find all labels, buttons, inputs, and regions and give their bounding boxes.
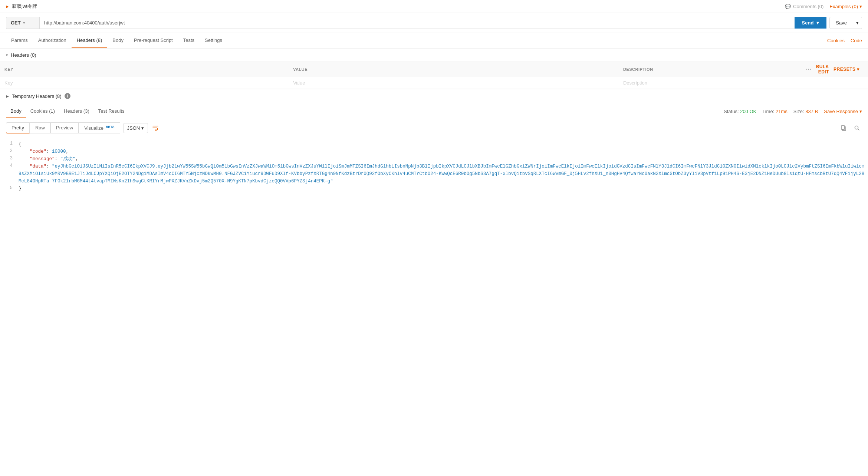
line-number: 5 bbox=[0, 185, 19, 192]
format-tabs: Pretty Raw Preview Visualize BETA bbox=[6, 122, 120, 133]
response-tab-headers[interactable]: Headers (3) bbox=[59, 105, 94, 118]
response-meta: Status: 200 OK Time: 21ms Size: 837 B Sa… bbox=[724, 109, 862, 114]
json-line-3: 3 "message": "成功", bbox=[0, 155, 865, 163]
format-tab-visualize[interactable]: Visualize BETA bbox=[79, 122, 120, 133]
response-tabs: Body Cookies (1) Headers (3) Test Result… bbox=[6, 105, 129, 118]
expand-arrow-icon[interactable]: ▶ bbox=[6, 4, 9, 9]
toolbar-right-actions bbox=[838, 123, 862, 133]
search-icon[interactable] bbox=[852, 123, 862, 133]
comments-label: Comments (0) bbox=[793, 4, 823, 9]
time-label: Time: 21ms bbox=[762, 109, 787, 114]
top-bar: ▶ 获取jwt令牌 💬 Comments (0) Examples (0) ▾ bbox=[0, 0, 868, 13]
row-actions-cell bbox=[802, 77, 868, 89]
response-toolbar: Pretty Raw Preview Visualize BETA JSON ▾ bbox=[0, 120, 868, 136]
save-response-button[interactable]: Save Response ▾ bbox=[824, 109, 862, 114]
headers-chevron-icon: ▾ bbox=[6, 53, 8, 57]
line-number: 3 bbox=[0, 155, 19, 163]
beta-badge: BETA bbox=[106, 125, 115, 129]
response-tab-test-results[interactable]: Test Results bbox=[94, 105, 129, 118]
status-value: 200 OK bbox=[740, 109, 756, 114]
comments-button[interactable]: 💬 Comments (0) bbox=[785, 4, 823, 9]
send-label: Send bbox=[802, 20, 814, 26]
bulk-edit-button[interactable]: Bulk Edit bbox=[816, 64, 829, 75]
examples-label: Examples (0) bbox=[829, 4, 858, 9]
presets-button[interactable]: Presets ▾ bbox=[834, 67, 859, 72]
request-title: 获取jwt令牌 bbox=[12, 3, 37, 10]
headers-toggle[interactable]: ▾ Headers (0) bbox=[0, 49, 868, 62]
response-tabs-row: Body Cookies (1) Headers (3) Test Result… bbox=[0, 103, 868, 120]
json-chevron-icon: ▾ bbox=[141, 125, 144, 131]
save-button[interactable]: Save bbox=[829, 17, 853, 29]
method-chevron-icon: ▾ bbox=[23, 21, 25, 25]
svg-line-3 bbox=[858, 129, 859, 130]
tab-settings[interactable]: Settings bbox=[200, 33, 227, 48]
temp-headers-chevron-icon: ▶ bbox=[6, 94, 9, 98]
response-tab-body[interactable]: Body bbox=[6, 105, 26, 118]
response-tab-cookies[interactable]: Cookies (1) bbox=[26, 105, 59, 118]
headers-col-key: KEY bbox=[0, 62, 289, 77]
size-value: 837 B bbox=[805, 109, 818, 114]
json-line-2: 2 "code": 10000, bbox=[0, 148, 865, 155]
tab-tests[interactable]: Tests bbox=[178, 33, 200, 48]
json-format-select[interactable]: JSON ▾ bbox=[123, 123, 148, 133]
format-tab-pretty[interactable]: Pretty bbox=[6, 122, 30, 133]
send-arrow-icon: ▾ bbox=[816, 20, 819, 26]
save-button-group: Save ▾ bbox=[829, 17, 862, 29]
save-response-chevron-icon: ▾ bbox=[859, 109, 862, 114]
copy-icon[interactable] bbox=[838, 123, 849, 133]
examples-button[interactable]: Examples (0) ▾ bbox=[829, 4, 862, 9]
tab-authorization[interactable]: Authorization bbox=[33, 33, 72, 48]
value-cell[interactable]: Value bbox=[289, 77, 619, 89]
tab-body[interactable]: Body bbox=[107, 33, 129, 48]
request-tabs: Params Authorization Headers (8) Body Pr… bbox=[6, 33, 227, 48]
headers-col-actions: ··· Bulk Edit Presets ▾ bbox=[802, 62, 868, 77]
cookies-link[interactable]: Cookies bbox=[827, 38, 845, 43]
info-icon[interactable]: i bbox=[65, 93, 70, 99]
wrap-lines-icon[interactable] bbox=[150, 123, 161, 133]
tab-pre-request-script[interactable]: Pre-request Script bbox=[129, 33, 178, 48]
format-tab-preview[interactable]: Preview bbox=[50, 122, 79, 133]
table-row: Key Value Description bbox=[0, 77, 868, 89]
comment-icon: 💬 bbox=[785, 4, 791, 9]
time-value: 21ms bbox=[776, 109, 788, 114]
status-label: Status: 200 OK bbox=[724, 109, 756, 114]
svg-rect-1 bbox=[841, 126, 845, 129]
format-controls: Pretty Raw Preview Visualize BETA JSON ▾ bbox=[6, 122, 161, 133]
headers-table: KEY VALUE DESCRIPTION ··· Bulk Edit Pres… bbox=[0, 62, 868, 89]
line-number: 4 bbox=[0, 163, 19, 185]
json-line-5: 5 } bbox=[0, 185, 865, 192]
save-label: Save bbox=[836, 20, 847, 26]
method-label: GET bbox=[11, 20, 21, 26]
description-cell[interactable]: Description bbox=[619, 77, 802, 89]
size-label: Size: 837 B bbox=[793, 109, 818, 114]
more-options-icon[interactable]: ··· bbox=[806, 66, 812, 72]
send-button[interactable]: Send ▾ bbox=[795, 17, 827, 29]
top-bar-actions: 💬 Comments (0) Examples (0) ▾ bbox=[785, 4, 862, 9]
send-button-group: Send ▾ bbox=[795, 17, 827, 29]
json-line-4: 4 "data": "eyJhbGciOiJSUzI1NiIsInR5cCI6I… bbox=[0, 163, 865, 185]
save-chevron-icon: ▾ bbox=[856, 20, 859, 26]
request-tab-links: Cookies Code bbox=[827, 38, 862, 43]
request-title-area: ▶ 获取jwt令牌 bbox=[6, 3, 37, 10]
headers-section-title: Headers (0) bbox=[11, 52, 36, 58]
tab-params[interactable]: Params bbox=[6, 33, 33, 48]
method-select[interactable]: GET ▾ bbox=[6, 17, 39, 29]
tab-headers[interactable]: Headers (8) bbox=[72, 33, 108, 48]
temp-headers-title: Temporary Headers (8) bbox=[12, 93, 62, 99]
line-number: 2 bbox=[0, 148, 19, 155]
headers-col-description: DESCRIPTION bbox=[619, 62, 802, 77]
chevron-down-icon: ▾ bbox=[859, 4, 862, 9]
code-link[interactable]: Code bbox=[851, 38, 862, 43]
format-tab-raw[interactable]: Raw bbox=[30, 122, 50, 133]
presets-chevron-icon: ▾ bbox=[857, 67, 859, 72]
json-line-1: 1 { bbox=[0, 141, 865, 148]
url-input[interactable] bbox=[39, 17, 795, 29]
json-output: 1 { 2 "code": 10000, 3 "message": "成功", … bbox=[0, 136, 868, 434]
headers-col-value: VALUE bbox=[289, 62, 619, 77]
headers-section: ▾ Headers (0) KEY VALUE DESCRIPTION ··· … bbox=[0, 49, 868, 89]
save-dropdown-button[interactable]: ▾ bbox=[853, 17, 862, 29]
temporary-headers-section[interactable]: ▶ Temporary Headers (8) i bbox=[0, 89, 868, 103]
line-number: 1 bbox=[0, 141, 19, 148]
key-cell[interactable]: Key bbox=[0, 77, 289, 89]
url-bar: GET ▾ Send ▾ Save ▾ bbox=[0, 13, 868, 33]
